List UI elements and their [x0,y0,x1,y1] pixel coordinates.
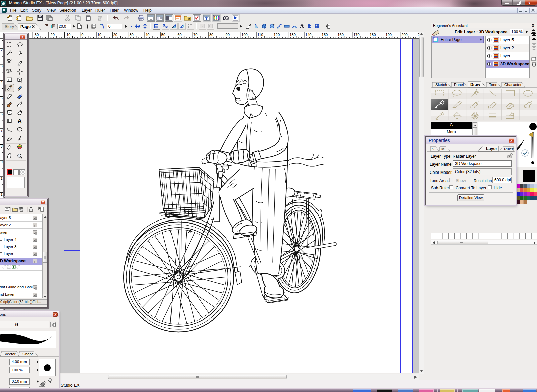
svg-text:130: 130 [289,33,295,37]
svg-text:A: A [18,118,22,124]
svg-text:-30: -30 [33,33,39,37]
svg-text:Layer: Layer [486,146,497,151]
svg-text:Draw: Draw [470,82,480,87]
svg-text:200: 200 [401,33,407,37]
svg-text:-20: -20 [49,33,55,37]
svg-text:Panel: Panel [454,83,464,87]
svg-text:20: 20 [113,33,117,37]
svg-text:Page: Page [20,24,31,29]
svg-text:Vector: Vector [5,352,16,356]
svg-text:0: 0 [81,33,83,37]
svg-text:140: 140 [305,33,311,37]
svg-text:6: 6 [1,112,3,116]
svg-text:10: 10 [97,33,101,37]
svg-text:180: 180 [370,33,376,37]
svg-text:100: 100 [241,33,247,37]
svg-text:Shape: Shape [22,352,34,356]
svg-text:160: 160 [338,33,344,37]
svg-text:170: 170 [353,33,359,37]
svg-text:110: 110 [257,33,263,37]
svg-text:Character: Character [504,83,522,87]
svg-text:4: 4 [1,81,3,84]
svg-text:-10: -10 [65,33,71,37]
svg-text:80: 80 [209,33,213,37]
svg-text:120: 120 [274,33,280,37]
svg-text:Sketch: Sketch [435,83,447,87]
svg-text:8: 8 [1,145,3,148]
svg-text:3: 3 [1,64,3,68]
svg-text:M...: M... [441,147,448,151]
svg-text:S...: S... [432,147,437,151]
svg-text:50: 50 [161,33,165,37]
svg-text:1: 1 [1,177,3,180]
svg-text:40: 40 [145,33,149,37]
svg-text:1: 1 [1,193,3,196]
svg-text:150: 150 [322,33,328,37]
svg-text:70: 70 [193,33,197,37]
svg-text:9: 9 [1,160,3,164]
svg-text:Story: Story [5,24,14,29]
svg-text:5: 5 [1,96,3,100]
svg-text:7: 7 [1,129,3,132]
svg-text:2: 2 [1,48,3,52]
svg-text:90: 90 [226,33,230,37]
svg-text:Tone: Tone [489,83,497,87]
svg-text:190: 190 [386,33,392,37]
svg-text:30: 30 [129,33,133,37]
svg-text:60: 60 [178,33,182,37]
svg-text:Ruler: Ruler [504,147,514,151]
